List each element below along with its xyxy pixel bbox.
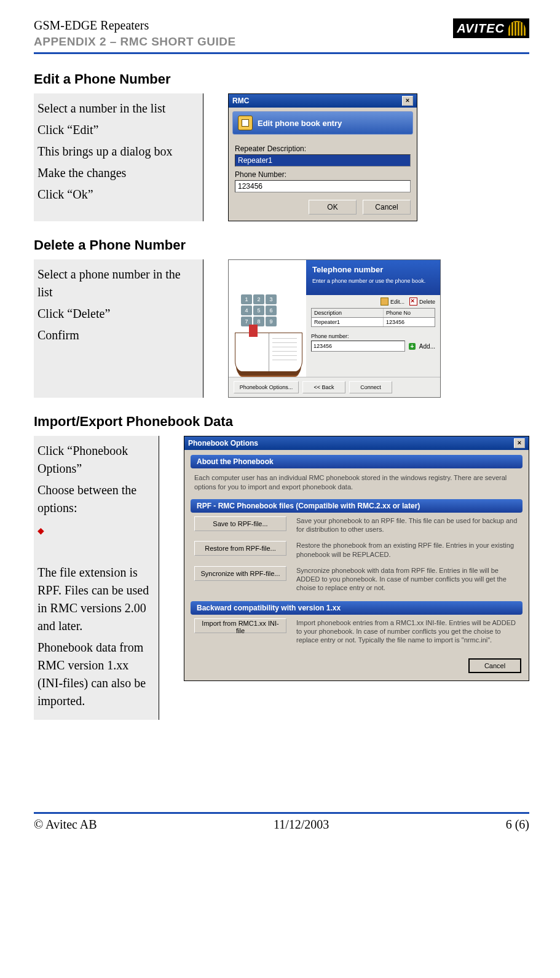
delete-step: Click “Delete” <box>37 305 195 323</box>
edit-instructions: Select a number in the list Click “Edit”… <box>34 93 203 221</box>
phonebook-options-dialog: Phonebook Options × About the Phonebook … <box>184 436 529 681</box>
save-rpf-desc: Save your phonebook to an RPF file. This… <box>296 516 519 534</box>
edit-step: Click “Ok” <box>37 186 195 203</box>
repeater-description-input[interactable] <box>235 154 411 167</box>
cancel-button[interactable]: Cancel <box>468 658 521 673</box>
logo-text: AVITEC <box>457 22 505 36</box>
keypad-key: 6 <box>266 306 277 315</box>
import-step: Choose between the options: <box>37 481 151 517</box>
keypad-key: 9 <box>266 317 277 326</box>
close-icon[interactable]: × <box>402 96 413 106</box>
import-ini-button[interactable]: Import from RMC1.xx INI-file <box>194 618 286 633</box>
footer-copyright: © Avitec AB <box>34 818 97 832</box>
section-title-edit: Edit a Phone Number <box>34 71 529 87</box>
table-row[interactable]: Repeater1 123456 <box>312 318 435 326</box>
restore-rpf-button[interactable]: Restore from RPF-file... <box>194 541 286 556</box>
edit-step: Make the changes <box>37 164 195 182</box>
edit-tool-label: Edit... <box>390 299 404 305</box>
save-rpf-button[interactable]: Save to RPF-file... <box>194 516 286 531</box>
import-ini-desc: Import phonebook entries from a RMC1.xx … <box>296 618 519 645</box>
sync-rpf-desc: Syncronize phonebook with data from RPF … <box>296 566 519 593</box>
edit-dialog-title: RMC <box>232 97 249 105</box>
keypad-key: 1 <box>241 294 252 304</box>
edit-entry-icon <box>238 116 253 130</box>
import-instructions: Click “Phonebook Options” Choose between… <box>34 436 159 720</box>
connect-button[interactable]: Connect <box>349 381 392 393</box>
doc-title: GSM-EDGE Repeaters <box>34 18 236 33</box>
footer-rule <box>34 812 529 814</box>
close-icon[interactable]: × <box>514 438 525 448</box>
phone-number-input[interactable] <box>235 180 411 192</box>
edit-tool[interactable]: Edit... <box>381 298 404 306</box>
delete-step: Select a phone number in the list <box>37 266 195 301</box>
import-step: Click “Phonebook Options” <box>37 442 151 478</box>
cancel-button[interactable]: Cancel <box>363 200 411 215</box>
delete-icon <box>409 298 417 306</box>
th-phone-no: Phone No <box>384 309 435 317</box>
phone-graphic: 1 2 3 4 5 6 7 8 9 <box>229 260 306 377</box>
phone-dialog: 1 2 3 4 5 6 7 8 9 <box>228 259 441 398</box>
phonebook-options-button[interactable]: Phonebook Options... <box>234 381 299 393</box>
keypad-key: 2 <box>253 294 264 304</box>
label-phone-number: Phone Number: <box>235 170 411 179</box>
delete-tool[interactable]: Delete <box>409 298 435 306</box>
doc-subtitle: APPENDIX 2 – RMC SHORT GUIDE <box>34 35 236 49</box>
delete-tool-label: Delete <box>419 299 435 305</box>
cell-description: Repeater1 <box>312 318 384 326</box>
sync-rpf-button[interactable]: Syncronize with RPF-file... <box>194 566 286 581</box>
phone-banner-title: Telephone number <box>312 265 434 274</box>
th-description: Description <box>312 309 384 317</box>
add-button[interactable]: Add... <box>419 343 435 350</box>
edit-step: Click “Edit” <box>37 121 195 139</box>
edit-banner-text: Edit phone book entry <box>258 119 342 128</box>
import-note: The file extension is RPF. Files can be … <box>37 564 151 635</box>
heading-about: About the Phonebook <box>191 455 523 468</box>
ok-button[interactable]: OK <box>309 200 357 215</box>
add-icon: + <box>409 343 416 350</box>
restore-rpf-desc: Restore the phonebook from an existing R… <box>296 541 519 559</box>
cell-phone-no: 123456 <box>384 318 435 326</box>
section-title-import: Import/Export Phonebook Data <box>34 414 529 430</box>
red-bullet-icon: ◆ <box>37 526 44 535</box>
phone-number-input[interactable] <box>311 341 405 352</box>
logo-icon <box>508 21 526 36</box>
edit-step: This brings up a dialog box <box>37 143 195 160</box>
delete-step: Confirm <box>37 326 195 344</box>
phonebook-table[interactable]: Description Phone No Repeater1 123456 <box>311 308 435 327</box>
keypad-key: 5 <box>253 306 264 315</box>
keypad-key: 4 <box>241 306 252 315</box>
label-phone-number: Phone number: <box>311 333 435 339</box>
about-text: Each computer user has an individual RMC… <box>191 468 523 494</box>
edit-icon <box>381 298 388 306</box>
heading-rpf: RPF - RMC Phonebook files (Compatible wi… <box>191 499 523 513</box>
import-note: Phonebook data from RMC version 1.xx (IN… <box>37 639 151 710</box>
options-dialog-title: Phonebook Options <box>188 439 258 448</box>
phonebook-icon <box>235 333 302 372</box>
edit-dialog: RMC × Edit phone book entry Repeater Des… <box>228 93 417 221</box>
footer-date: 11/12/2003 <box>274 818 329 832</box>
edit-step: Select a number in the list <box>37 100 195 117</box>
back-button[interactable]: << Back <box>302 381 345 393</box>
header-rule <box>34 52 529 54</box>
avitec-logo: AVITEC <box>453 18 529 38</box>
footer-page: 6 (6) <box>506 818 529 832</box>
phone-banner-sub: Enter a phone number or use the phone bo… <box>312 278 434 284</box>
label-repeater-description: Repeater Description: <box>235 144 411 153</box>
keypad-key: 3 <box>266 294 277 304</box>
section-title-delete: Delete a Phone Number <box>34 237 529 253</box>
delete-instructions: Select a phone number in the list Click … <box>34 259 203 398</box>
heading-backward: Backward compatibility with version 1.xx <box>191 601 523 615</box>
